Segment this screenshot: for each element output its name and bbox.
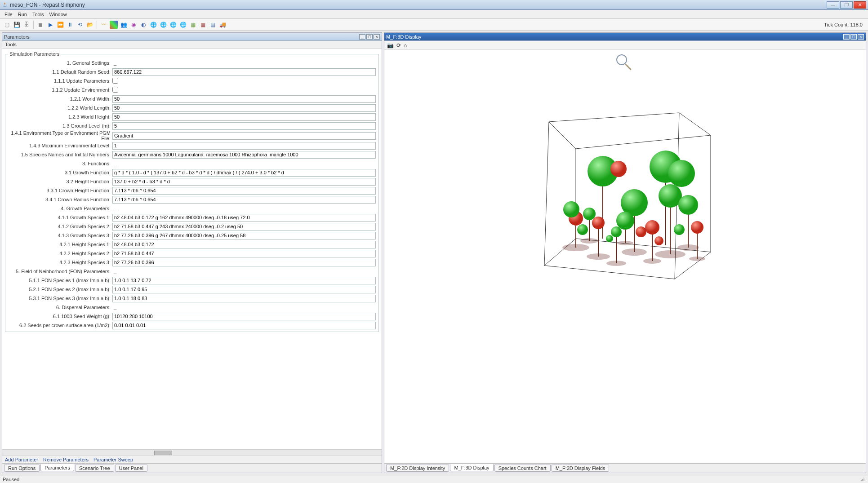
panel-close-icon[interactable]: × xyxy=(858,34,864,40)
param-row: 1. General Settings:_ xyxy=(8,58,376,67)
save-icon[interactable]: 💾 xyxy=(13,21,21,29)
param-checkbox[interactable] xyxy=(112,87,118,93)
panel-minimize-icon[interactable]: _ xyxy=(359,34,365,40)
panel-minimize-icon[interactable]: _ xyxy=(843,34,850,40)
tool-icon-5[interactable]: ◐ xyxy=(139,21,147,29)
window-titlebar: meso_FON - Repast Simphony — ❐ ✕ xyxy=(0,0,868,10)
param-input[interactable] xyxy=(112,223,376,230)
menu-window[interactable]: Window xyxy=(47,11,70,18)
param-label: 4. Growth Parameters: xyxy=(8,206,112,211)
param-input[interactable] xyxy=(112,169,376,177)
scrollbar-thumb[interactable] xyxy=(154,451,172,455)
param-input[interactable] xyxy=(112,250,376,257)
tab[interactable]: M_F:2D Display Fields xyxy=(552,465,610,472)
param-input[interactable] xyxy=(112,313,376,320)
param-checkbox[interactable] xyxy=(112,78,118,84)
menu-run[interactable]: Run xyxy=(15,11,30,18)
add-parameter-link[interactable]: Add Parameter xyxy=(5,457,38,462)
tool-icon-4[interactable]: ◉ xyxy=(129,21,138,29)
refresh-icon[interactable]: ⟳ xyxy=(396,42,401,49)
tool-icon-7[interactable]: ▦ xyxy=(199,21,207,29)
svg-point-53 xyxy=(864,480,864,481)
resize-grip[interactable] xyxy=(860,477,865,482)
param-input[interactable] xyxy=(112,122,376,130)
param-label: 1.2.1 World Width: xyxy=(8,96,112,102)
param-input[interactable] xyxy=(112,187,376,195)
panel-maximize-icon[interactable]: □ xyxy=(850,34,857,40)
svg-point-51 xyxy=(861,480,862,481)
minimize-button[interactable]: — xyxy=(827,1,839,9)
new-icon[interactable]: ▢ xyxy=(3,21,11,29)
menu-file[interactable]: File xyxy=(2,11,15,18)
3d-viewport[interactable] xyxy=(384,50,866,463)
svg-line-2 xyxy=(544,122,549,266)
globe-icon-1[interactable]: 🌐 xyxy=(149,21,157,29)
param-input[interactable] xyxy=(112,196,376,204)
folder-icon[interactable]: 📂 xyxy=(86,21,94,29)
camera-icon[interactable]: 📷 xyxy=(387,42,394,49)
db-icon[interactable]: 🗄 xyxy=(22,21,31,29)
step-icon[interactable]: ⏩ xyxy=(56,21,64,29)
play-icon[interactable]: ▶ xyxy=(46,21,54,29)
param-row: 4.1.2 Growth Species 2: xyxy=(8,222,376,231)
param-row: 6. Dispersal Parameters:_ xyxy=(8,303,376,312)
globe-icon-3[interactable]: 🌐 xyxy=(169,21,177,29)
close-button[interactable]: ✕ xyxy=(854,1,866,9)
globe-icon-2[interactable]: 🌐 xyxy=(159,21,167,29)
parameters-scroll[interactable]: Simulation Parameters 1. General Setting… xyxy=(2,49,382,449)
tab[interactable]: M_F:2D Display Intensity xyxy=(386,465,449,472)
param-input[interactable] xyxy=(112,241,376,248)
param-input[interactable] xyxy=(112,132,376,140)
reset-icon[interactable]: ⟲ xyxy=(76,21,84,29)
tab[interactable]: Parameters xyxy=(40,464,74,471)
globe-icon-4[interactable]: 🌐 xyxy=(179,21,187,29)
pause-icon[interactable]: ⏸ xyxy=(66,21,74,29)
home-icon[interactable]: ⌂ xyxy=(404,42,407,49)
panel-close-icon[interactable]: × xyxy=(374,34,380,40)
left-tabs: Run OptionsParametersScenario TreeUser P… xyxy=(2,463,382,473)
tool-icon-3[interactable]: 👥 xyxy=(120,21,128,29)
param-input[interactable] xyxy=(112,68,376,76)
restore-button[interactable]: ❐ xyxy=(840,1,853,9)
param-label: 6.2 Seeds per crown surface area (1/m2): xyxy=(8,323,112,328)
svg-point-49 xyxy=(862,479,863,480)
tab[interactable]: Scenario Tree xyxy=(75,465,114,472)
param-input[interactable] xyxy=(112,214,376,222)
param-label: 1.5 Species Names and Initital Numbers: xyxy=(8,152,112,157)
param-input[interactable] xyxy=(112,259,376,266)
menu-tools[interactable]: Tools xyxy=(30,11,47,18)
tools-label[interactable]: Tools xyxy=(2,41,382,49)
panel-maximize-icon[interactable]: □ xyxy=(366,34,373,40)
remove-parameters-link[interactable]: Remove Parameters xyxy=(43,457,89,462)
svg-point-29 xyxy=(610,161,627,177)
param-input[interactable] xyxy=(112,95,376,103)
tool-icon-1[interactable]: 〰 xyxy=(100,21,108,29)
param-input[interactable] xyxy=(112,232,376,239)
param-label: 3.2 Height Function: xyxy=(8,179,112,184)
tool-icon-6[interactable]: ▦ xyxy=(189,21,197,29)
stop-icon[interactable]: ◼ xyxy=(36,21,45,29)
status-text: Paused xyxy=(3,477,19,482)
param-label: 6. Dispersal Parameters: xyxy=(8,305,112,310)
tab[interactable]: Species Counts Chart xyxy=(494,465,551,472)
tab[interactable]: Run Options xyxy=(4,465,40,472)
tab[interactable]: User Panel xyxy=(115,465,147,472)
tool-icon-2[interactable] xyxy=(110,21,118,29)
param-input[interactable] xyxy=(112,322,376,329)
param-input[interactable] xyxy=(112,113,376,121)
param-row: 3. Functions:_ xyxy=(8,159,376,168)
horizontal-scrollbar[interactable] xyxy=(2,449,382,456)
param-input[interactable] xyxy=(112,178,376,186)
truck-icon[interactable]: 🚚 xyxy=(218,21,227,29)
param-input[interactable] xyxy=(112,104,376,112)
window-buttons: — ❐ ✕ xyxy=(827,1,866,9)
param-input[interactable] xyxy=(112,277,376,284)
svg-point-41 xyxy=(678,195,698,215)
param-input[interactable] xyxy=(112,286,376,293)
tool-icon-8[interactable]: ▤ xyxy=(209,21,217,29)
param-input[interactable] xyxy=(112,151,376,159)
parameter-sweep-link[interactable]: Parameter Sweep xyxy=(93,457,133,462)
param-input[interactable] xyxy=(112,142,376,150)
tab[interactable]: M_F:3D Display xyxy=(450,464,493,471)
param-input[interactable] xyxy=(112,295,376,302)
